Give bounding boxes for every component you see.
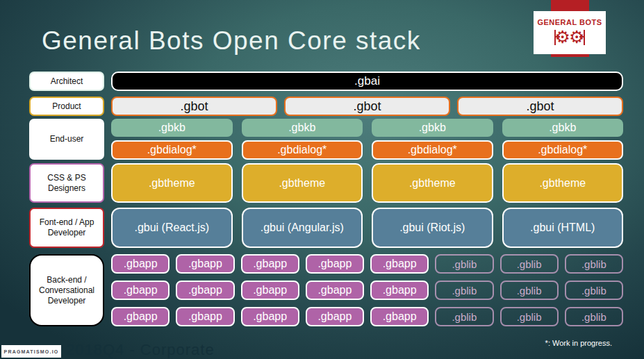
stack-row-gbdialog: .gbdialog*.gbdialog*.gbdialog*.gbdialog* — [111, 140, 623, 160]
stack-box-gbapp: .gbapp — [241, 307, 299, 326]
stack-box-gbapp: .gbapp — [176, 254, 234, 274]
stack-box-gbkb: .gbkb — [372, 119, 493, 137]
stack-box-gblib: .gblib — [500, 307, 559, 326]
row-label-architect: Architect — [29, 72, 104, 91]
stack-box-gblib: .gblib — [565, 254, 623, 274]
stack-box-gbapp: .gbapp — [176, 281, 234, 300]
stack-box-gbapp: .gbapp — [306, 254, 364, 274]
stack-box-gbai: .gbai — [111, 72, 623, 91]
stack-box-gbapp: .gbapp — [111, 281, 170, 300]
stack-box-gbui: .gbui (React.js) — [111, 208, 233, 248]
gear-icon: ⚙ — [555, 28, 570, 46]
stack-box-gbkb: .gbkb — [111, 119, 233, 137]
stack-box-gbapp: .gbapp — [370, 254, 429, 274]
stack-box-gbapp: .gbapp — [176, 307, 234, 326]
stack-box-gbot: .gbot — [284, 97, 450, 116]
stack-row-gbapp-2: .gbapp.gbapp.gbapp.gbapp.gbapp.gblib.gbl… — [111, 281, 623, 300]
stack-box-gbtheme: .gbtheme — [111, 163, 233, 203]
page-title: General Bots Open Core stack — [42, 26, 542, 56]
stack-box-gbot: .gbot — [111, 97, 277, 116]
stack-box-gbapp: .gbapp — [306, 281, 364, 300]
stack-row-gbapp-1: .gbapp.gbapp.gbapp.gbapp.gbapp.gblib.gbl… — [111, 254, 623, 274]
pragmatismo-badge: PRAGMATISMO.IO — [1, 345, 61, 358]
stack-box-gbkb: .gbkb — [502, 119, 624, 137]
work-in-progress-note: *: Work in progress. — [545, 339, 612, 347]
stack-box-gbtheme: .gbtheme — [372, 163, 493, 203]
stack-box-gbtheme: .gbtheme — [242, 163, 363, 203]
gear-bar-right — [584, 30, 585, 45]
stack-box-gbapp: .gbapp — [370, 307, 429, 326]
stack-box-gbapp: .gbapp — [241, 281, 299, 300]
gear-bar-left — [554, 30, 556, 45]
row-label-product: Product — [29, 97, 104, 116]
stack-row-gbui: .gbui (React.js).gbui (Angular.js).gbui … — [111, 208, 623, 248]
stack-box-gbapp: .gbapp — [370, 281, 429, 300]
stack-row-gbtheme: .gbtheme.gbtheme.gbtheme.gbtheme — [111, 163, 623, 203]
stack-box-gbapp: .gbapp — [111, 254, 170, 274]
general-bots-logo: GENERAL BOTS ⚙ ⚙ — [534, 11, 606, 54]
row-label-css-ps-designers: CSS & PS Designers — [29, 163, 104, 203]
stack-box-gbdialog: .gbdialog* — [111, 140, 233, 160]
stack-box-gbkb: .gbkb — [242, 119, 363, 137]
stack-box-gblib: .gblib — [500, 281, 559, 300]
stack-row-gbot: .gbot.gbot.gbot — [111, 97, 623, 116]
stack-box-gbui: .gbui (Angular.js) — [242, 208, 363, 248]
stack-box-gbui: .gbui (Riot.js) — [372, 208, 493, 248]
row-label-frontend-app-developer: Font-end / App Developer — [29, 208, 104, 248]
stack-box-gbapp: .gbapp — [241, 254, 299, 274]
slide-caption: 2018Q4 - Corporate — [66, 341, 215, 359]
stack-box-gbapp: .gbapp — [306, 307, 364, 326]
stack-box-gblib: .gblib — [500, 254, 559, 274]
stack-row-gbapp-3: .gbapp.gbapp.gbapp.gbapp.gbapp.gblib.gbl… — [111, 307, 623, 326]
stack-box-gblib: .gblib — [565, 307, 623, 326]
stack-box-gblib: .gblib — [565, 281, 623, 300]
stack-box-gbtheme: .gbtheme — [502, 163, 624, 203]
stack-box-gbdialog: .gbdialog* — [502, 140, 624, 160]
row-label-end-user: End-user — [29, 119, 104, 160]
logo-brand-text: GENERAL BOTS — [537, 18, 602, 26]
stack-box-gbdialog: .gbdialog* — [242, 140, 363, 160]
stack-box-gblib: .gblib — [435, 307, 493, 326]
stack-box-gbot: .gbot — [457, 97, 623, 116]
slide: { "title": "General Bots Open Core stack… — [0, 0, 644, 359]
stack-box-gblib: .gblib — [435, 254, 493, 274]
stack-row-gbkb: .gbkb.gbkb.gbkb.gbkb — [111, 119, 623, 137]
stack-row-gbai: .gbai — [111, 72, 623, 91]
stack-box-gbapp: .gbapp — [111, 307, 170, 326]
stack-box-gbdialog: .gbdialog* — [372, 140, 493, 160]
gear-icon: ⚙ — [569, 28, 584, 46]
stack-box-gbui: .gbui (HTML) — [502, 208, 624, 248]
gear-icon: ⚙ ⚙ — [554, 27, 586, 48]
stack-box-gblib: .gblib — [435, 281, 493, 300]
row-label-backend-conversational-developer: Back-end / Conversational Developer — [29, 254, 104, 326]
